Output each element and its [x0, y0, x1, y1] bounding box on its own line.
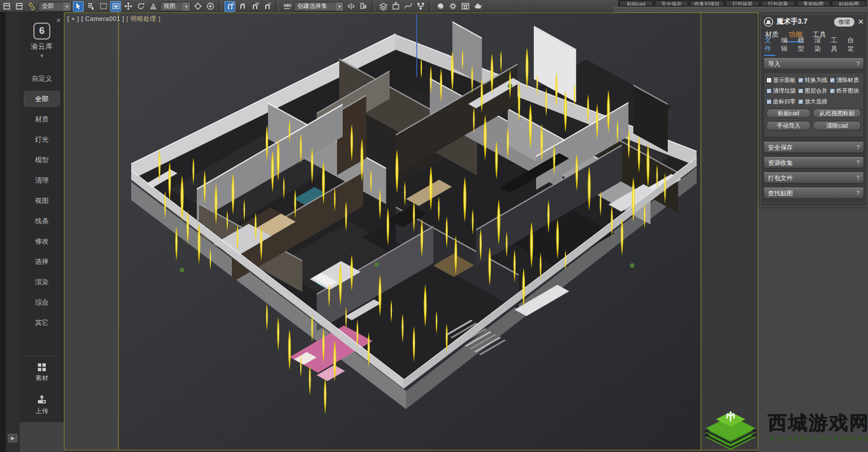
curve-editor-icon[interactable]: [403, 1, 413, 12]
import-button-清除cad[interactable]: 清除cad: [813, 121, 861, 131]
sidebar-item-综合[interactable]: 综合: [24, 295, 59, 310]
viewport-general-menu[interactable]: [ + ]: [67, 15, 79, 22]
sidebar-item-自定义[interactable]: 自定义: [24, 71, 59, 86]
sidebar-item-灯光[interactable]: 灯光: [24, 132, 59, 147]
checkbox-坐标归零[interactable]: ✓坐标归零: [766, 98, 798, 106]
window-crossing-icon[interactable]: [110, 1, 121, 12]
checkbox-box[interactable]: ✓: [798, 77, 804, 83]
select-object-icon[interactable]: [73, 1, 84, 12]
plugin-quick-button[interactable]: 粘贴贴图: [832, 1, 866, 6]
checkbox-label: 清除材质: [836, 76, 859, 84]
checkbox-box[interactable]: ✓: [798, 88, 804, 94]
select-and-move-icon[interactable]: [123, 1, 133, 12]
subtab-模型[interactable]: 模型: [797, 34, 809, 56]
material-editor-icon[interactable]: [435, 1, 446, 12]
sidebar-item-修改[interactable]: 修改: [24, 234, 59, 249]
sidebar-item-线条[interactable]: 线条: [24, 214, 59, 228]
rendered-frame-window-icon[interactable]: [460, 1, 470, 12]
checkbox-图层合并[interactable]: ✓图层合并: [798, 87, 830, 95]
import-section-header[interactable]: 导入 ?: [763, 58, 864, 69]
checkbox-box[interactable]: ✓: [766, 88, 772, 94]
sidebar-tool-material[interactable]: 素材: [20, 363, 64, 383]
render-setup-icon[interactable]: [447, 1, 458, 12]
layer-manager-icon[interactable]: [378, 1, 388, 12]
close-icon[interactable]: ✕: [858, 18, 864, 26]
sidebar-item-模型[interactable]: 模型: [24, 153, 59, 167]
checkbox-显示面板[interactable]: 显示面板: [766, 76, 798, 84]
sidebar-item-全部[interactable]: 全部: [24, 92, 59, 106]
percent-snap-icon[interactable]: %: [249, 1, 260, 12]
section-打包文件[interactable]: 打包文件?: [763, 172, 864, 184]
select-and-manipulate-icon[interactable]: [205, 1, 215, 12]
checkbox-放大选择[interactable]: ✓放大选择: [798, 98, 830, 106]
sidebar-item-视图[interactable]: 视图: [24, 193, 59, 208]
close-icon[interactable]: ✕: [56, 17, 61, 24]
ribbon-toggle-icon[interactable]: [390, 1, 401, 12]
use-pivot-center-icon[interactable]: [192, 1, 203, 12]
import-button-手动导入[interactable]: 手动导入: [766, 121, 811, 131]
rectangular-selection-region-icon[interactable]: [98, 1, 109, 12]
edit-named-selections-icon[interactable]: ABC: [282, 1, 292, 12]
select-by-name-icon[interactable]: [85, 1, 96, 12]
chevron-down-icon[interactable]: ▼: [20, 53, 64, 59]
checkbox-box[interactable]: ✓: [830, 88, 835, 94]
plugin-quick-button[interactable]: 复制贴图: [797, 1, 831, 6]
sidebar-item-清理[interactable]: 清理: [24, 173, 59, 188]
help-icon[interactable]: ?: [856, 61, 860, 67]
select-and-scale-icon[interactable]: [148, 1, 158, 12]
import-button-粘贴cad[interactable]: 粘贴cad: [766, 108, 811, 118]
help-icon[interactable]: ?: [856, 190, 860, 197]
link-icon[interactable]: [26, 1, 37, 12]
checkbox-box[interactable]: ✓: [766, 99, 772, 105]
viewport-camera001[interactable]: [ + ] [ Camera001 ] [ 明暗处理 ]: [64, 12, 758, 450]
subtab-文件[interactable]: 文件: [764, 34, 775, 56]
expand-panel-button[interactable]: ▶: [8, 434, 18, 442]
checkbox-清除材质[interactable]: ✓清除材质: [830, 76, 861, 84]
sidebar-item-材质[interactable]: 材质: [24, 112, 59, 127]
mirror-icon[interactable]: [346, 1, 356, 12]
subtab-渲染[interactable]: 渲染: [814, 34, 825, 56]
sidebar-item-其它[interactable]: 其它: [24, 315, 59, 330]
spinner-snap-icon[interactable]: [262, 1, 273, 12]
render-production-icon[interactable]: [472, 1, 483, 12]
help-icon[interactable]: ?: [856, 175, 860, 181]
section-安全保存[interactable]: 安全保存?: [763, 142, 864, 153]
schematic-view-icon[interactable]: [415, 1, 426, 12]
section-资源收集[interactable]: 资源收集?: [763, 157, 864, 168]
select-and-rotate-icon[interactable]: [135, 1, 146, 12]
reference-coordinate-dropdown[interactable]: 视图▾: [160, 2, 191, 11]
checkbox-转换为线[interactable]: ✓转换为线: [798, 76, 830, 84]
checkbox-box[interactable]: [766, 77, 772, 83]
sidebar-item-选择[interactable]: 选择: [24, 254, 59, 269]
plugin-quick-button[interactable]: 打包效果: [761, 1, 795, 6]
sidebar-item-渲染[interactable]: 渲染: [24, 275, 59, 289]
subtab-编辑[interactable]: 编辑: [780, 34, 792, 56]
help-icon[interactable]: ?: [856, 160, 860, 166]
subtab-自定[interactable]: 自定: [847, 34, 858, 56]
import-button-从此视图粘贴[interactable]: 从此视图粘贴: [813, 108, 861, 118]
plugin-quick-button[interactable]: 收集到项目: [690, 1, 724, 6]
plugin-quick-button[interactable]: 打包场景: [726, 1, 759, 6]
selection-filter-dropdown[interactable]: 全部▾: [38, 2, 71, 11]
checkbox-box[interactable]: ✓: [798, 99, 804, 105]
named-selection-dropdown[interactable]: 创建选择集▾: [294, 2, 344, 11]
plugin-quick-button[interactable]: 粘贴cad: [619, 1, 653, 6]
subtab-工具[interactable]: 工具: [830, 34, 841, 56]
schematic-mini-icon[interactable]: [14, 1, 24, 12]
collapse-button[interactable]: 收缩: [834, 18, 854, 27]
section-查找贴图[interactable]: 查找贴图?: [763, 188, 864, 199]
import-buttons: 粘贴cad从此视图粘贴手动导入清除cad: [766, 108, 861, 133]
checkbox-炸开图块[interactable]: ✓炸开图块: [830, 87, 861, 95]
help-icon[interactable]: ?: [856, 145, 860, 151]
scene-icon[interactable]: [1, 1, 12, 12]
checkbox-box[interactable]: ✓: [830, 77, 835, 83]
viewport-pov-menu[interactable]: [ Camera001 ]: [81, 15, 124, 22]
checkbox-清理垃圾[interactable]: ✓清理垃圾: [766, 87, 798, 95]
sidebar-tool-upload[interactable]: 上传: [20, 394, 64, 415]
viewport-shading-menu[interactable]: [ 明暗处理 ]: [126, 15, 160, 22]
snap-toggle-3d-icon[interactable]: 3: [224, 1, 235, 12]
align-icon[interactable]: [358, 1, 369, 12]
angle-snap-icon[interactable]: [237, 1, 248, 12]
import-section-body: 显示面板✓转换为线✓清除材质✓清理垃圾✓图层合并✓炸开图块✓坐标归零✓放大选择 …: [763, 73, 864, 137]
plugin-quick-button[interactable]: 安全保存: [655, 1, 689, 6]
